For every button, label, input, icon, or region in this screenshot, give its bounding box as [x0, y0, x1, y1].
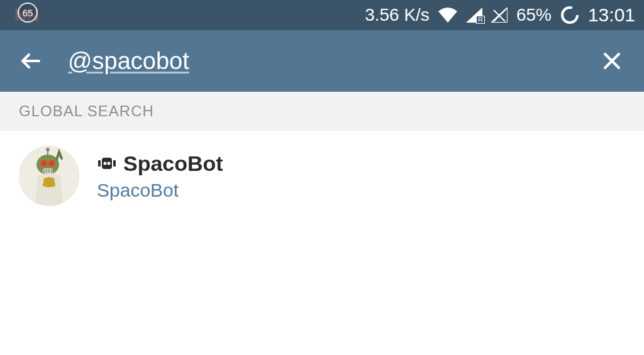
svg-rect-16 — [98, 160, 101, 167]
clear-search-button[interactable] — [597, 50, 626, 72]
network-speed: 3.56 K/s — [365, 5, 430, 25]
roaming-indicator: R — [476, 16, 485, 24]
svg-point-2 — [562, 8, 577, 23]
result-title-row: SpacoBot — [97, 151, 223, 176]
notification-badge: 65 — [18, 3, 38, 23]
status-bar: NN 65 3.56 K/s R 65% — [0, 0, 644, 30]
search-bar — [0, 30, 644, 92]
search-input[interactable] — [68, 48, 572, 75]
svg-rect-18 — [113, 160, 116, 167]
cellular-signal-1: R — [466, 8, 482, 23]
back-button[interactable] — [18, 48, 43, 74]
svg-point-8 — [48, 160, 55, 167]
bot-icon — [97, 155, 117, 172]
result-subtitle: SpacoBot — [97, 180, 223, 201]
svg-point-19 — [104, 162, 107, 165]
svg-point-15 — [46, 148, 50, 151]
svg-point-7 — [41, 160, 47, 167]
svg-rect-17 — [102, 158, 112, 169]
search-input-wrap[interactable] — [68, 48, 572, 75]
svg-point-20 — [108, 162, 111, 165]
avatar — [19, 146, 79, 206]
battery-percentage: 65% — [516, 5, 552, 25]
search-result-item[interactable]: SpacoBot SpacoBot — [0, 131, 644, 221]
wifi-icon — [438, 8, 457, 23]
status-left: NN 65 — [9, 3, 44, 28]
cellular-signal-2 — [491, 8, 508, 23]
result-text-block: SpacoBot SpacoBot — [97, 151, 223, 201]
clock: 13:01 — [588, 4, 635, 26]
result-title: SpacoBot — [123, 151, 223, 176]
loading-spinner-icon — [560, 6, 579, 25]
global-search-header: GLOBAL SEARCH — [0, 92, 644, 131]
app-watermark: NN 65 — [9, 3, 44, 28]
status-right: 3.56 K/s R 65% — [365, 4, 635, 26]
